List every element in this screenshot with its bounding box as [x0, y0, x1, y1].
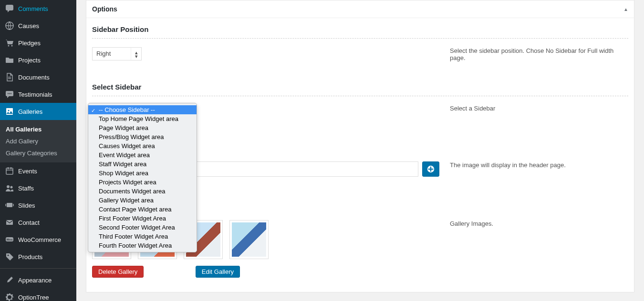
sidebar-label: Staffs — [18, 185, 34, 192]
dropdown-option[interactable]: Page Widget area — [88, 123, 197, 132]
brush-icon — [5, 275, 14, 285]
sidebar-item-documents[interactable]: Documents — [0, 69, 76, 86]
dropdown-option[interactable]: Gallery Widget area — [88, 196, 197, 205]
sidebar-item-pledges[interactable]: Pledges — [0, 34, 76, 51]
submenu-add-gallery[interactable]: Add Gallery — [0, 135, 76, 147]
dropdown-option[interactable]: Third Footer Widget Area — [88, 232, 197, 241]
sidebar-item-galleries[interactable]: Galleries — [0, 103, 76, 120]
sidebar-label: Projects — [18, 57, 41, 64]
dropdown-option-label: Shop Widget area — [99, 170, 148, 177]
gallery-thumb[interactable] — [229, 220, 269, 259]
svg-point-9 — [7, 185, 10, 188]
dropdown-option[interactable]: Shop Widget area — [88, 169, 197, 178]
delete-gallery-button[interactable]: Delete Gallery — [92, 266, 144, 278]
sidebar-item-optiontree[interactable]: OptionTree — [0, 289, 76, 301]
options-panel-header[interactable]: Options ▲ — [86, 0, 634, 18]
dropdown-option[interactable]: Contact Page Widget area — [88, 205, 197, 214]
svg-point-1 — [8, 45, 10, 47]
plus-circle-icon — [426, 165, 435, 173]
dropdown-option-label: Third Footer Widget Area — [99, 233, 168, 240]
dropdown-option[interactable]: Causes Widget area — [88, 141, 197, 150]
dropdown-option[interactable]: Documents Widget area — [88, 187, 197, 196]
dropdown-option-label: Documents Widget area — [99, 188, 165, 195]
svg-rect-8 — [6, 168, 13, 174]
sidebar-item-testimonials[interactable]: Testimonials — [0, 86, 76, 103]
section-title: Select Sidebar — [92, 83, 628, 96]
woocommerce-icon: Woo — [5, 235, 14, 244]
dropdown-option[interactable]: Press/Blog Widget area — [88, 132, 197, 141]
sidebar-item-contact[interactable]: Contact — [0, 214, 76, 231]
calendar-icon — [5, 166, 14, 176]
sidebar-position-select[interactable]: Right ▴▾ — [92, 47, 142, 60]
gallery-icon — [5, 107, 14, 116]
sidebar-label: Contact — [18, 219, 40, 226]
dropdown-option[interactable]: Second Footer Widget Area — [88, 223, 197, 232]
submenu-gallery-categories[interactable]: Gallery Categories — [0, 147, 76, 159]
sidebar-item-slides[interactable]: Slides — [0, 197, 76, 214]
folder-icon — [5, 55, 14, 65]
document-icon — [5, 72, 14, 82]
svg-text:Woo: Woo — [7, 238, 13, 241]
sidebar-position-value: Right — [96, 50, 111, 57]
globe-icon — [5, 21, 14, 30]
options-panel: Options ▲ Sidebar Position Right ▴▾ Sele… — [86, 0, 634, 292]
submenu-all-galleries[interactable]: All Galleries — [0, 123, 76, 135]
cart-icon — [5, 38, 14, 48]
gallery-images-description: Gallery Images. — [450, 220, 628, 286]
dropdown-option[interactable]: Event Widget area — [88, 150, 197, 160]
dropdown-option[interactable]: Staff Widget area — [88, 160, 197, 169]
tag-icon — [5, 252, 14, 261]
admin-sidebar: Comments Causes Pledges Projects Documen… — [0, 0, 76, 301]
sidebar-item-causes[interactable]: Causes — [0, 17, 76, 34]
sidebar-label: Comments — [18, 5, 48, 12]
sidebar-item-woocommerce[interactable]: Woo WooCommerce — [0, 231, 76, 248]
sidebar-label: Events — [18, 168, 37, 175]
dropdown-option-label: Gallery Widget area — [99, 197, 154, 204]
add-header-image-button[interactable] — [422, 161, 439, 177]
select-sidebar-description: Select a Sidebar — [450, 105, 628, 118]
dropdown-option-label: Causes Widget area — [99, 142, 155, 150]
dropdown-option-label: Fourth Footer Widget Area — [99, 242, 172, 249]
users-icon — [5, 183, 14, 193]
chat-icon — [5, 90, 14, 99]
sidebar-label: WooCommerce — [18, 236, 61, 243]
options-title: Options — [92, 5, 117, 13]
dropdown-option[interactable]: Top Home Page Widget area — [88, 114, 197, 123]
sidebar-label: Slides — [18, 202, 35, 209]
sidebar-submenu-galleries: All Galleries Add Gallery Gallery Catego… — [0, 120, 76, 162]
header-image-description: The image will display in the header pag… — [450, 161, 628, 177]
svg-point-15 — [8, 255, 9, 256]
dropdown-option[interactable]: Fourth Footer Widget Area — [88, 241, 197, 250]
sidebar-label: Galleries — [18, 108, 42, 115]
sidebar-item-staffs[interactable]: Staffs — [0, 180, 76, 197]
sidebar-item-projects[interactable]: Projects — [0, 51, 76, 69]
dropdown-option[interactable]: ✓-- Choose Sidebar -- — [88, 105, 197, 114]
sidebar-label: Causes — [18, 22, 39, 30]
gallery-image-icon — [232, 222, 266, 257]
dropdown-option-label: First Footer Widget Area — [99, 215, 166, 222]
sidebar-item-appearance[interactable]: Appearance — [0, 271, 76, 289]
select-sidebar-dropdown[interactable]: ✓-- Choose Sidebar --Top Home Page Widge… — [88, 103, 197, 252]
sidebar-label: OptionTree — [18, 294, 49, 301]
dropdown-option[interactable]: Projects Widget area — [88, 178, 197, 187]
section-sidebar-position: Sidebar Position Right ▴▾ Select the sid… — [92, 18, 628, 76]
sidebar-item-events[interactable]: Events — [0, 162, 76, 180]
svg-point-7 — [8, 110, 10, 111]
edit-gallery-button[interactable]: Edit Gallery — [196, 266, 240, 278]
dropdown-option-label: Event Widget area — [99, 151, 150, 159]
collapse-icon: ▲ — [623, 7, 628, 12]
sidebar-label: Testimonials — [18, 91, 52, 98]
svg-point-10 — [10, 186, 13, 189]
section-title: Sidebar Position — [92, 25, 628, 39]
main-content: Options ▲ Sidebar Position Right ▴▾ Sele… — [76, 0, 644, 301]
svg-point-2 — [11, 45, 13, 47]
svg-rect-11 — [7, 203, 12, 207]
dropdown-option[interactable]: First Footer Widget Area — [88, 214, 197, 223]
svg-rect-12 — [6, 220, 13, 225]
gear-icon — [5, 292, 14, 301]
dropdown-option-label: Second Footer Widget Area — [99, 224, 175, 231]
sidebar-item-comments[interactable]: Comments — [0, 0, 76, 17]
sidebar-label: Pledges — [18, 40, 41, 47]
sidebar-item-products[interactable]: Products — [0, 248, 76, 265]
comment-icon — [5, 4, 14, 13]
